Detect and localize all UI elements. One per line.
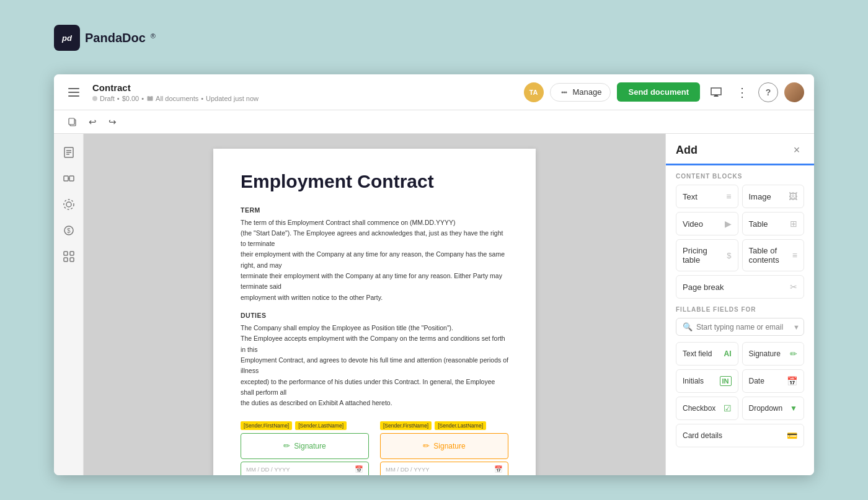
block-toc[interactable]: Table of contents ≡: [742, 239, 805, 271]
svg-text:$: $: [67, 227, 71, 234]
field-date-label: Date: [749, 377, 764, 385]
menu-line-2: [68, 92, 79, 93]
chat-icon: [710, 86, 722, 99]
search-box: 🔍 ▼: [676, 318, 804, 336]
field-initials[interactable]: Initials IN: [676, 369, 738, 393]
document-page: Employment Contract TERM The term of thi…: [213, 149, 536, 475]
sig1-date-box[interactable]: MM / DD / YYYY 📅: [241, 462, 369, 476]
block-pricing-table[interactable]: Pricing table $: [676, 239, 738, 271]
block-image[interactable]: Image 🖼: [742, 185, 805, 208]
block-toc-label: Table of contents: [749, 246, 792, 265]
undo-button[interactable]: ↩: [84, 113, 101, 131]
svg-point-2: [565, 91, 567, 93]
help-button[interactable]: ?: [758, 82, 778, 102]
search-input[interactable]: [696, 323, 789, 331]
block-table-label: Table: [749, 219, 768, 229]
field-dropdown-label: Dropdown: [749, 404, 783, 413]
sig1-label: Signature: [294, 442, 326, 450]
header-bar: Contract Draft • $0.00 • All documents •…: [54, 74, 814, 110]
design-icon: [62, 198, 76, 211]
sig2-names: [Sender.FirstName] [Sender.LastName]: [380, 421, 508, 430]
redo-button[interactable]: ↪: [104, 113, 121, 131]
sig2-date-placeholder: MM / DD / YYYY: [386, 466, 430, 473]
logo-box: pd: [54, 25, 80, 51]
sig1-names: [Sender.FirstName] [Sender.LastName]: [241, 421, 369, 430]
card-field-icon: 💳: [787, 431, 797, 441]
more-options-button[interactable]: ⋮: [732, 82, 752, 102]
block-video[interactable]: Video ▶: [676, 212, 738, 235]
field-text-field[interactable]: Text field AI: [676, 342, 738, 366]
doc-price: $0.00: [122, 95, 140, 102]
sidebar-design-icon[interactable]: [58, 193, 80, 216]
manage-button[interactable]: Manage: [550, 83, 611, 102]
doc-status: Draft: [100, 95, 115, 102]
toc-block-icon: ≡: [792, 250, 797, 260]
block-table[interactable]: Table ⊞: [742, 212, 805, 235]
panel-close-button[interactable]: ×: [789, 143, 804, 157]
copy-button[interactable]: [64, 113, 81, 131]
sidebar-apps-icon[interactable]: [58, 245, 80, 268]
doc-info: Contract Draft • $0.00 • All documents •…: [92, 82, 524, 102]
meta-separator-1: •: [117, 95, 120, 102]
svg-point-1: [563, 91, 565, 93]
fillable-fields-grid: Text field AI Signature ✏ Initials IN: [676, 342, 804, 454]
fillable-section: FILLABLE FIELDS FOR 🔍 ▼ Text field AI: [666, 306, 814, 454]
meta-separator-3: •: [201, 95, 203, 102]
chat-button[interactable]: [706, 82, 726, 102]
svg-rect-10: [69, 176, 74, 181]
field-date[interactable]: Date 📅: [742, 369, 805, 393]
duties-text: The Company shall employ the Employee as…: [241, 323, 508, 409]
page-break-icon: ✂: [790, 282, 797, 292]
field-initials-label: Initials: [683, 377, 704, 385]
field-dropdown[interactable]: Dropdown ▼: [742, 397, 805, 420]
sig1-name1: [Sender.FirstName]: [241, 421, 292, 430]
status-dot: [92, 96, 97, 101]
sidebar-fields-icon[interactable]: [58, 167, 80, 190]
doc-updated: Updated just now: [206, 95, 259, 102]
term-label: TERM: [241, 206, 508, 214]
sig1-name2: [Sender.LastName]: [295, 421, 347, 430]
text-block-icon: ≡: [726, 191, 731, 201]
menu-line-3: [68, 95, 79, 97]
table-block-icon: ⊞: [790, 219, 797, 229]
block-page-break[interactable]: Page break ✂: [676, 275, 804, 299]
brand-trademark: ®: [151, 32, 156, 40]
left-sidebar: $: [54, 134, 84, 475]
svg-rect-4: [69, 118, 74, 125]
svg-rect-17: [70, 252, 74, 255]
doc-location: All documents: [156, 95, 198, 102]
sig2-label: Signature: [433, 442, 465, 450]
field-checkbox-label: Checkbox: [683, 404, 715, 413]
field-signature[interactable]: Signature ✏: [742, 342, 805, 366]
doc-heading: Employment Contract: [241, 171, 508, 193]
fillable-fields-label: FILLABLE FIELDS FOR: [676, 306, 804, 313]
sidebar-pricing-icon[interactable]: $: [58, 219, 80, 242]
sig2-date-box[interactable]: MM / DD / YYYY 📅: [380, 462, 508, 476]
user-avatar[interactable]: [784, 82, 804, 102]
svg-point-0: [561, 91, 563, 93]
block-page-break-label: Page break: [683, 283, 724, 292]
sig1-box[interactable]: ✏ Signature: [241, 433, 369, 459]
menu-button[interactable]: [64, 82, 84, 102]
pages-icon: [62, 146, 76, 159]
right-panel: Add × CONTENT BLOCKS Text ≡ Image 🖼: [665, 134, 814, 475]
block-pricing-label: Pricing table: [683, 246, 727, 265]
field-card-details[interactable]: Card details 💳: [676, 424, 804, 447]
field-checkbox[interactable]: Checkbox ☑: [676, 397, 738, 420]
video-block-icon: ▶: [725, 219, 732, 229]
svg-point-12: [66, 202, 71, 207]
pricing-block-icon: $: [727, 251, 731, 260]
svg-point-13: [64, 200, 74, 209]
duties-label: DUTIES: [241, 312, 508, 319]
header-actions: TA Manage Send document ⋮ ?: [524, 82, 805, 102]
block-text[interactable]: Text ≡: [676, 185, 738, 208]
pricing-icon: $: [62, 224, 76, 237]
signature-area: [Sender.FirstName] [Sender.LastName] ✏ S…: [241, 421, 508, 476]
sidebar-pages-icon[interactable]: [58, 141, 80, 164]
svg-rect-18: [64, 258, 68, 261]
user-avatar-inner: [784, 82, 804, 102]
sig-block-2: [Sender.FirstName] [Sender.LastName] ✏ S…: [380, 421, 508, 476]
sig2-name2: [Sender.LastName]: [435, 421, 486, 430]
send-document-button[interactable]: Send document: [617, 82, 700, 102]
sig2-box[interactable]: ✏ Signature: [380, 433, 508, 459]
